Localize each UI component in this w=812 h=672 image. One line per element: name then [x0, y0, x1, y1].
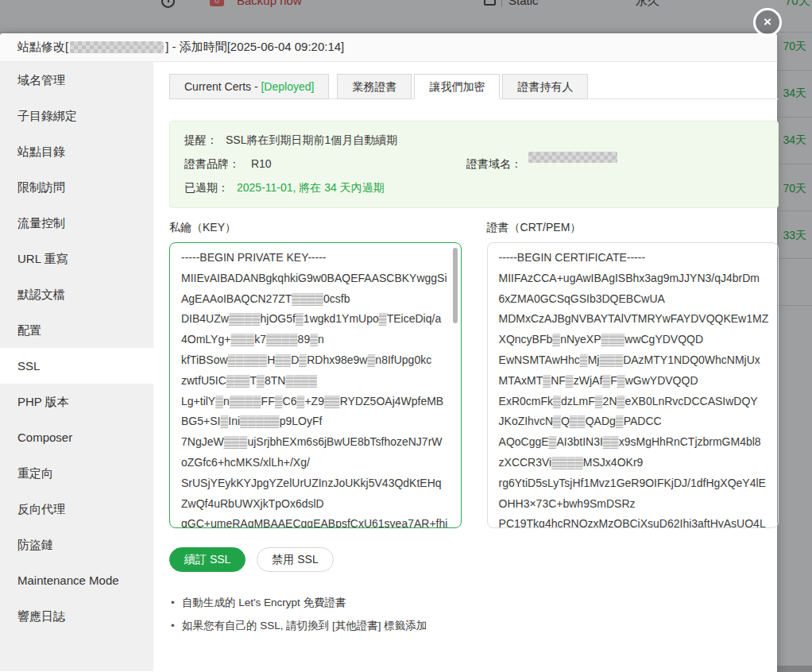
- sidebar-item-response-log[interactable]: 響應日誌: [0, 598, 153, 634]
- reminder-value: SSL將在到期日期前1個月自動續期: [226, 128, 397, 152]
- sidebar-item-hotlink-protect[interactable]: 防盜鏈: [0, 527, 153, 562]
- note-auto-cert: 自動生成的 Let's Encrypt 免費證書: [169, 591, 779, 614]
- cert-brand-value: R10: [251, 157, 272, 170]
- ssl-notice-box: 提醒： SSL將在到期日期前1個月自動續期 證書品牌： R10 證書域名： 已過…: [169, 121, 779, 208]
- sidebar-item-traffic-control[interactable]: 流量控制: [0, 205, 153, 241]
- ssl-content-panel: Current Certs - [Deployed] 業務證書 讓我們加密 證書…: [153, 62, 805, 671]
- scrollbar-thumb[interactable]: [453, 248, 458, 323]
- deployed-status: [Deployed]: [261, 80, 314, 93]
- private-key-textarea[interactable]: -----BEGIN PRIVATE KEY-----MIIEvAIBADANB…: [169, 242, 462, 528]
- sidebar-item-domain-manage[interactable]: 域名管理: [0, 62, 153, 98]
- site-settings-modal: 站點修改[] - 添加時間[2025-06-04 09:20:14] 域名管理 …: [0, 33, 777, 672]
- ssl-notes: 自動生成的 Let's Encrypt 免費證書 如果您有自己的 SSL, 請切…: [169, 591, 779, 637]
- note-own-ssl: 如果您有自己的 SSL, 請切換到 [其他證書] 標籤添加: [169, 614, 779, 637]
- reminder-label: 提醒：: [184, 128, 218, 152]
- sidebar-item-default-doc[interactable]: 默認文檔: [0, 276, 153, 312]
- modal-header: 站點修改[] - 添加時間[2025-06-04 09:20:14]: [0, 33, 777, 62]
- cert-domain-label: 證書域名：: [466, 152, 522, 176]
- disable-ssl-button[interactable]: 禁用 SSL: [257, 547, 333, 572]
- close-icon: ×: [764, 15, 771, 29]
- ssl-tab-bar: Current Certs - [Deployed] 業務證書 讓我們加密 證書…: [169, 74, 779, 99]
- sidebar-item-access-limit[interactable]: 限制訪問: [0, 169, 153, 205]
- sidebar-item-composer[interactable]: Composer: [0, 419, 153, 455]
- certificate-textarea[interactable]: -----BEGIN CERTIFICATE-----MIIFAzCCA+ugA…: [487, 242, 779, 528]
- modal-title-prefix: 站點修改[: [17, 40, 68, 55]
- sidebar-item-ssl[interactable]: SSL: [0, 348, 153, 384]
- cert-brand-label: 證書品牌：: [184, 157, 240, 170]
- tab-business-cert[interactable]: 業務證書: [337, 74, 412, 99]
- sidebar-item-redirect[interactable]: 重定向: [0, 455, 153, 491]
- renew-ssl-button[interactable]: 續訂 SSL: [169, 547, 246, 572]
- sidebar-item-maintenance-mode[interactable]: Maintenance Mode: [0, 562, 153, 598]
- sidebar-item-reverse-proxy[interactable]: 反向代理: [0, 491, 153, 527]
- private-key-label: 私鑰（KEY）: [169, 221, 462, 235]
- sidebar-item-php-version[interactable]: PHP 版本: [0, 384, 153, 419]
- expired-value: 2025-11-01, 將在 34 天內過期: [237, 176, 385, 199]
- sidebar-item-subdir-bind[interactable]: 子目錄綁定: [0, 98, 153, 133]
- modal-title-suffix: ] - 添加時間[2025-06-04 09:20:14]: [165, 40, 344, 55]
- certificate-label: 證書（CRT/PEM）: [487, 221, 779, 235]
- redacted-cert-domain: [528, 152, 617, 163]
- sidebar-item-config[interactable]: 配置: [0, 312, 153, 348]
- sidebar-item-url-rewrite[interactable]: URL 重寫: [0, 241, 153, 276]
- tab-lets-encrypt[interactable]: 讓我們加密: [414, 74, 500, 99]
- redacted-site-domain: [70, 41, 164, 53]
- tab-current-certs[interactable]: Current Certs - [Deployed]: [169, 74, 329, 99]
- settings-sidebar: 域名管理 子目錄綁定 站點目錄 限制訪問 流量控制 URL 重寫 默認文檔 配置…: [0, 62, 153, 671]
- tab-current-certs-label: Current Certs -: [184, 80, 261, 93]
- tab-cert-holder[interactable]: 證書持有人: [502, 74, 588, 99]
- sidebar-item-site-directory[interactable]: 站點目錄: [0, 133, 153, 169]
- modal-close-button[interactable]: ×: [753, 8, 782, 37]
- expired-label: 已過期：: [184, 176, 229, 199]
